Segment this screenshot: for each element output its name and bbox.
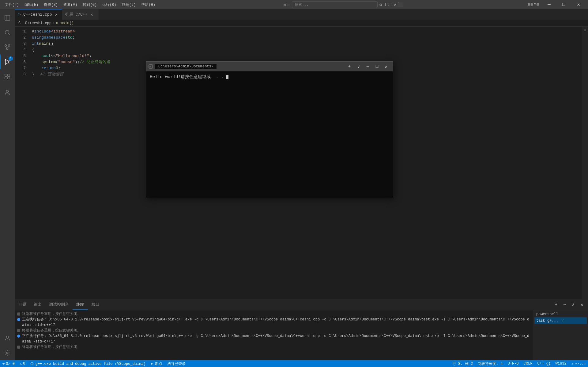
- term-line-4: 正在执行任务: D:\x86_64-8.1.0-release-posix-sj…: [17, 333, 530, 344]
- popup-tab[interactable]: C:\Users\Admin\Documents\: [155, 64, 217, 69]
- task-label: task g+...: [536, 319, 560, 323]
- build-label: ⬡ g++.exe build and debug active file (V…: [30, 361, 146, 366]
- popup-dropdown-btn[interactable]: ∨: [354, 63, 363, 70]
- terminal-close-btn[interactable]: ✕: [578, 301, 586, 308]
- status-line-col[interactable]: 行 8, 列 2: [450, 360, 475, 367]
- breadcrumb-sep1: ›: [53, 21, 55, 25]
- debug-badge: 1: [9, 56, 13, 61]
- right-gutter-btn1[interactable]: ⊞: [584, 28, 586, 32]
- popup-close-btn[interactable]: ✕: [382, 63, 390, 70]
- menu-select[interactable]: 选择(S): [41, 2, 60, 8]
- activity-item-settings[interactable]: [0, 346, 15, 360]
- svg-point-15: [6, 336, 8, 338]
- popup-minimize-btn[interactable]: —: [364, 63, 372, 70]
- task-check-icon: ✓: [562, 318, 564, 323]
- term-tab-problems[interactable]: 问题: [15, 299, 30, 310]
- popup-tab-label: C:\Users\Admin\Documents\: [158, 64, 213, 69]
- activity-item-source[interactable]: [0, 40, 15, 55]
- popup-controls: + ∨ — □ ✕: [345, 63, 390, 70]
- terminal-right-panel: powershell task g+... ✓: [533, 310, 588, 360]
- menu-file[interactable]: 文件(F): [2, 2, 21, 8]
- tab-ext[interactable]: 扩展 C/C++ ✕: [62, 9, 99, 20]
- term-tab-output[interactable]: 输出: [30, 299, 45, 310]
- svg-line-3: [9, 34, 10, 35]
- menu-edit[interactable]: 编辑(E): [22, 2, 41, 8]
- activity-item-extensions[interactable]: [0, 69, 15, 84]
- svg-marker-9: [6, 59, 9, 65]
- term-tab-debug[interactable]: 调试控制台: [45, 299, 73, 310]
- term-bullet-empty-1: [17, 312, 20, 316]
- status-indent[interactable]: 制表符长度: 4: [475, 360, 505, 367]
- terminal-add-btn[interactable]: +: [552, 301, 560, 308]
- popup-add-btn[interactable]: +: [345, 63, 354, 70]
- terminal-content[interactable]: 终端将被任务重用，按任意键关闭。 正在执行任务: D:\x86_64-8.1.0…: [15, 310, 533, 360]
- status-brand: znwx.cn: [569, 360, 588, 367]
- status-build[interactable]: ⬡ g++.exe build and debug active file (V…: [28, 360, 148, 367]
- term-bullet-4: [17, 335, 20, 338]
- status-login[interactable]: 浩谷已登录: [165, 360, 188, 367]
- tab-ext-close[interactable]: ✕: [89, 12, 94, 17]
- popup-content: Hello world!请按任意键继续. . .: [146, 71, 393, 198]
- warning-count: 0: [23, 361, 25, 366]
- search-box[interactable]: 搜索...: [292, 1, 378, 8]
- maximize-btn[interactable]: □: [557, 0, 571, 9]
- terminal-panel-powershell[interactable]: powershell: [534, 311, 587, 317]
- svg-rect-10: [5, 74, 7, 76]
- breadcrumb: C· C++ceshi.cpp › ⊕ main(): [15, 20, 588, 27]
- activity-item-files[interactable]: [0, 10, 15, 25]
- status-eol[interactable]: CRLF: [521, 360, 535, 367]
- ai-hint: AI 驱动编程: [40, 71, 63, 78]
- menu-bar: 文件(F) 编辑(E) 选择(S) 查看(V) 转到(G) 运行(R) 终端(J…: [2, 2, 158, 8]
- code-line-1: #include <iostream>: [32, 28, 577, 35]
- brand-label: znwx.cn: [571, 362, 586, 365]
- terminal-popup: >_ C:\Users\Admin\Documents\ + ∨ — □ ✕ H…: [146, 61, 393, 198]
- status-bar: ⊗ 0△ 0 ⚠ 0 ⬡ g++.exe build and debug act…: [0, 360, 588, 367]
- line-col-label: 行 8, 列 2: [452, 361, 473, 366]
- breadcrumb-fn[interactable]: ⊕ main(): [56, 21, 74, 25]
- menu-terminal[interactable]: 终端(J): [119, 2, 138, 8]
- term-text-3: 终端将被任务重用，按任意键关闭。: [22, 328, 81, 333]
- svg-point-6: [6, 48, 8, 50]
- status-language[interactable]: C++ {}: [535, 360, 553, 367]
- minimize-btn[interactable]: —: [542, 0, 556, 9]
- term-line-1: 终端将被任务重用，按任意键关闭。: [17, 311, 530, 317]
- status-right: 行 8, 列 2 制表符长度: 4 UTF-8 CRLF C++ {} Win3…: [450, 360, 588, 367]
- platform-label: Win32: [556, 361, 567, 366]
- term-text-5: 终端将被任务重用，按任意键关闭。: [22, 344, 81, 350]
- tab-main-close[interactable]: ✕: [54, 12, 59, 17]
- terminal-area: 问题 输出 调试控制台 终端 端口 + ⋯ ∧ ✕: [15, 299, 588, 360]
- status-errors[interactable]: ⊗ 0△ 0: [0, 360, 17, 367]
- popup-maximize-btn[interactable]: □: [373, 63, 381, 70]
- breadcrumb-file[interactable]: C· C++ceshi.cpp: [18, 21, 51, 25]
- menu-run[interactable]: 运行(R): [100, 2, 119, 8]
- menu-goto[interactable]: 转到(G): [80, 2, 99, 8]
- term-line-5: 终端将被任务重用，按任意键关闭。: [17, 344, 530, 350]
- menu-help[interactable]: 帮助(H): [139, 2, 158, 8]
- svg-rect-11: [8, 74, 10, 76]
- terminal-popup-icon: >_: [149, 64, 153, 69]
- code-line-5: cout << "Hello world!";: [32, 53, 577, 59]
- tab-main-file[interactable]: C· C++ceshi.cpp ✕: [15, 9, 62, 20]
- svg-line-7: [6, 46, 8, 48]
- menu-view[interactable]: 查看(V): [61, 2, 80, 8]
- status-platform[interactable]: Win32: [553, 360, 569, 367]
- encoding-label: UTF-8: [508, 361, 519, 366]
- status-encoding[interactable]: UTF-8: [505, 360, 521, 367]
- tab-bar: C· C++ceshi.cpp ✕ 扩展 C/C++ ✕: [15, 9, 588, 20]
- term-tab-terminal[interactable]: 终端: [73, 299, 88, 310]
- status-warnings[interactable]: ⚠ 0: [17, 360, 28, 367]
- right-gutter: ⊞: [582, 27, 588, 299]
- terminal-split-btn[interactable]: ⋯: [561, 301, 568, 308]
- close-btn[interactable]: ✕: [571, 0, 586, 9]
- terminal-panel-task[interactable]: task g+... ✓: [534, 317, 587, 324]
- tab-ext-label: 扩展 C/C++: [65, 12, 88, 17]
- activity-item-accounts[interactable]: [0, 331, 15, 346]
- term-tab-ports[interactable]: 端口: [88, 299, 103, 310]
- activity-item-avatar[interactable]: [0, 85, 15, 100]
- warning-icon: ⚠: [20, 361, 22, 366]
- terminal-chevron-btn[interactable]: ∧: [570, 301, 577, 308]
- activity-item-debug[interactable]: 1: [0, 55, 15, 69]
- term-bullet-empty-5: [17, 346, 20, 349]
- activity-item-search[interactable]: [0, 25, 15, 40]
- status-breakpoint[interactable]: ⊗ 断点: [148, 360, 165, 367]
